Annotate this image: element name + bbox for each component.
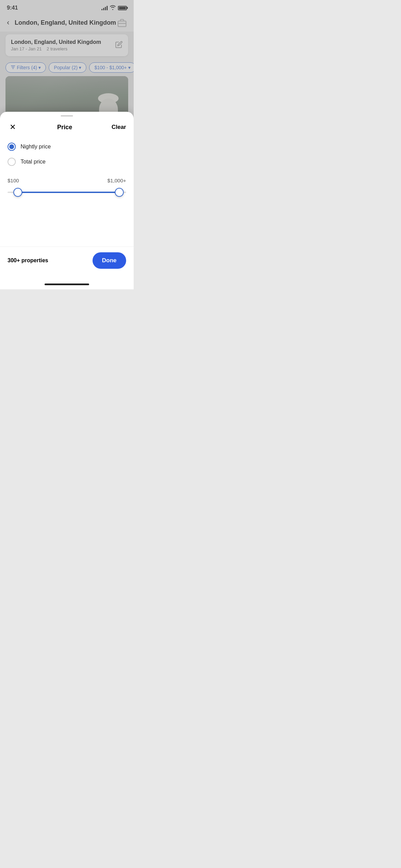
search-details: Jan 17 - Jan 21 2 travelers [11, 46, 101, 51]
filter-icon [11, 65, 15, 70]
popular-chip-label: Popular (2) [54, 65, 77, 70]
edit-icon[interactable] [115, 41, 123, 50]
slider-thumb-max[interactable] [115, 188, 124, 197]
wifi-icon [110, 5, 116, 11]
search-location: London, England, United Kingdom [11, 39, 101, 45]
search-info: London, England, United Kingdom Jan 17 -… [11, 39, 101, 51]
sheet-footer: 300+ properties Done [0, 246, 134, 279]
filters-chip[interactable]: Filters (4) ▾ [5, 62, 46, 73]
properties-count: 300+ properties [8, 257, 48, 264]
page-title: London, England, United Kingdom [13, 19, 117, 26]
battery-icon [118, 6, 127, 10]
signal-icon [101, 6, 108, 10]
close-button[interactable]: ✕ [8, 122, 18, 132]
header: ‹ London, England, United Kingdom [0, 14, 134, 32]
price-max-label: $1,000+ [107, 178, 126, 183]
clear-button[interactable]: Clear [111, 124, 126, 131]
price-chip[interactable]: $100 - $1,000+ ▾ [89, 62, 134, 73]
filter-chips: Filters (4) ▾ Popular (2) ▾ $100 - $1,00… [0, 59, 134, 76]
briefcase-icon [117, 18, 127, 27]
price-chevron-icon: ▾ [128, 65, 131, 70]
popular-chevron-icon: ▾ [79, 65, 81, 70]
filters-chevron-icon: ▾ [38, 65, 41, 70]
price-type-group: Nightly price Total price [0, 136, 134, 175]
status-bar: 9:41 [0, 0, 134, 14]
home-indicator [0, 279, 134, 289]
sheet-title: Price [57, 124, 72, 131]
status-icons [101, 5, 127, 11]
slider-fill [18, 192, 119, 193]
price-labels: $100 $1,000+ [8, 178, 126, 183]
price-chip-label: $100 - $1,000+ [94, 65, 127, 70]
home-bar [45, 284, 89, 285]
search-travelers: 2 travelers [47, 46, 68, 51]
done-button[interactable]: Done [93, 252, 126, 269]
price-min-label: $100 [8, 178, 19, 183]
sheet-header: ✕ Price Clear [0, 117, 134, 136]
bottom-sheet: ✕ Price Clear Nightly price Total price … [0, 112, 134, 289]
price-slider[interactable] [8, 186, 126, 198]
sheet-spacer [0, 205, 134, 246]
status-time: 9:41 [7, 5, 18, 11]
slider-thumb-min[interactable] [13, 188, 22, 197]
back-button[interactable]: ‹ [7, 18, 9, 27]
total-price-option[interactable]: Total price [8, 154, 126, 169]
search-card: London, England, United Kingdom Jan 17 -… [5, 34, 128, 56]
nightly-price-option[interactable]: Nightly price [8, 139, 126, 154]
total-radio-circle[interactable] [8, 158, 16, 166]
price-range-section: $100 $1,000+ [0, 175, 134, 205]
nightly-price-label: Nightly price [21, 144, 51, 150]
total-price-label: Total price [21, 159, 46, 165]
nightly-radio-circle[interactable] [8, 143, 16, 151]
search-dates: Jan 17 - Jan 21 [11, 46, 42, 51]
popular-chip[interactable]: Popular (2) ▾ [49, 62, 86, 73]
filters-chip-label: Filters (4) [17, 65, 37, 70]
